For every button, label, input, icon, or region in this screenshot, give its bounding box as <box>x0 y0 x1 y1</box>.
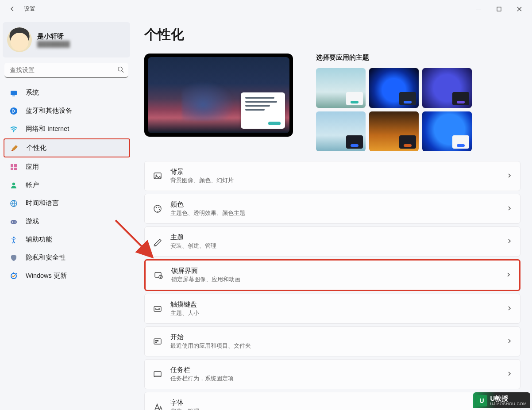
globe-icon <box>10 199 18 207</box>
chevron-right-icon <box>507 172 512 180</box>
setting-theme[interactable]: 主题安装、创建、管理 <box>144 226 520 257</box>
nav-item-wifi[interactable]: 网络和 Internet <box>4 120 130 138</box>
nav-item-label: 应用 <box>26 163 39 171</box>
nav-item-update[interactable]: Windows 更新 <box>4 267 130 284</box>
nav-item-label: 网络和 Internet <box>26 125 69 133</box>
search-icon <box>117 66 124 75</box>
window-controls <box>468 2 529 16</box>
setting-touchkb[interactable]: 触摸键盘主题、大小 <box>144 294 520 324</box>
nav-item-label: Windows 更新 <box>26 272 67 280</box>
setting-desc: 背景图像、颜色、幻灯片 <box>170 177 234 184</box>
desktop-preview <box>144 54 293 137</box>
nav-item-brush[interactable]: 个性化 <box>4 138 130 157</box>
setting-title: 开始 <box>170 333 251 341</box>
maximize-button[interactable] <box>489 2 509 16</box>
chevron-right-icon <box>506 271 511 279</box>
theme-swatch <box>399 135 416 149</box>
nav-item-label: 辅助功能 <box>26 235 52 244</box>
setting-desc: 主题、大小 <box>170 310 199 317</box>
color-icon <box>153 204 162 214</box>
account-email: ████████ <box>37 41 70 47</box>
theme-dark-autumn[interactable] <box>369 111 419 151</box>
setting-color[interactable]: 颜色主题色、透明效果、颜色主题 <box>144 194 520 224</box>
theme-dark-blue-bloom[interactable] <box>369 68 419 108</box>
svg-rect-30 <box>157 340 158 341</box>
back-button[interactable] <box>7 4 18 14</box>
svg-point-12 <box>12 182 15 185</box>
setting-start[interactable]: 开始最近使用的应用和项目、文件夹 <box>144 326 520 356</box>
theme-light-blue-bloom[interactable] <box>422 111 472 151</box>
page-title: 个性化 <box>144 26 520 44</box>
settings-list: 背景背景图像、颜色、幻灯片颜色主题色、透明效果、颜色主题主题安装、创建、管理锁屏… <box>144 161 520 410</box>
setting-title: 颜色 <box>170 200 245 209</box>
setting-desc: 主题色、透明效果、颜色主题 <box>170 210 245 217</box>
nav-item-gamepad[interactable]: 游戏 <box>4 213 130 230</box>
setting-title: 任务栏 <box>170 366 234 374</box>
account-name: 是小轩呀 <box>37 32 70 41</box>
theme-swatch <box>346 135 363 149</box>
theme-swatch <box>346 92 363 105</box>
close-icon <box>517 7 522 11</box>
svg-point-16 <box>13 237 15 238</box>
theme-dark-lake[interactable] <box>316 111 366 151</box>
theme-light-teal[interactable] <box>316 68 366 108</box>
setting-desc: 锁定屏幕图像、应用和动画 <box>171 276 240 284</box>
svg-rect-3 <box>11 91 17 95</box>
nav-item-label: 个性化 <box>27 144 46 152</box>
lock-icon <box>154 270 163 280</box>
svg-rect-7 <box>12 150 13 151</box>
preview-window-mockup <box>241 92 285 129</box>
background-icon <box>153 171 162 181</box>
setting-background[interactable]: 背景背景图像、颜色、幻灯片 <box>144 161 520 191</box>
setting-taskbar[interactable]: 任务栏任务栏行为，系统固定项 <box>144 359 520 389</box>
svg-point-22 <box>158 207 159 208</box>
theme-swatch <box>452 92 469 105</box>
chevron-right-icon <box>507 238 512 245</box>
setting-lock[interactable]: 锁屏界面锁定屏幕图像、应用和动画 <box>144 259 520 291</box>
system-icon <box>10 89 18 97</box>
svg-point-15 <box>15 221 15 222</box>
nav-item-bluetooth[interactable]: 蓝牙和其他设备 <box>4 102 130 119</box>
account-card[interactable]: 是小轩呀 ████████ <box>3 22 130 57</box>
update-icon <box>10 272 18 280</box>
themes-section-title: 选择要应用的主题 <box>316 54 520 62</box>
setting-title: 字体 <box>170 399 199 407</box>
taskbar-icon <box>153 369 162 379</box>
svg-rect-11 <box>14 168 17 170</box>
close-button[interactable] <box>509 2 529 16</box>
watermark-main: U教授 <box>490 395 527 402</box>
main-content: 个性化 选择要应用的主题 背景背景图像、颜色、幻灯片颜色主题色、透明效果、颜色主… <box>133 18 532 410</box>
svg-rect-4 <box>12 96 15 96</box>
svg-point-5 <box>10 107 17 115</box>
svg-point-6 <box>13 131 14 132</box>
svg-rect-29 <box>155 340 157 341</box>
setting-desc: 任务栏行为，系统固定项 <box>170 375 234 383</box>
svg-rect-33 <box>154 376 161 377</box>
nav-item-shield[interactable]: 隐私和安全性 <box>4 249 130 266</box>
theme-swatch <box>399 92 416 105</box>
setting-desc: 安装、创建、管理 <box>170 242 216 250</box>
brush-icon <box>11 144 19 152</box>
svg-point-19 <box>155 174 157 176</box>
setting-title: 主题 <box>170 233 216 241</box>
setting-fonts[interactable]: 字体安装、管理 <box>144 392 520 410</box>
nav-item-person[interactable]: 帐户 <box>4 176 130 194</box>
search-field[interactable] <box>4 63 128 78</box>
search-input[interactable] <box>4 63 128 78</box>
nav-item-accessibility[interactable]: 辅助功能 <box>4 231 130 248</box>
svg-point-25 <box>159 275 162 279</box>
watermark-sub: UJIAOSHOU.COM <box>490 402 527 406</box>
setting-desc: 最近使用的应用和项目、文件夹 <box>170 342 251 350</box>
nav-item-apps[interactable]: 应用 <box>4 158 130 176</box>
minimize-button[interactable] <box>468 2 489 16</box>
theme-grid <box>316 68 520 151</box>
chevron-right-icon <box>507 370 512 378</box>
theme-dark-purple-bloom[interactable] <box>422 68 472 108</box>
nav-item-globe[interactable]: 时间和语言 <box>4 195 130 212</box>
nav-item-label: 时间和语言 <box>26 199 59 207</box>
nav-item-system[interactable]: 系统 <box>4 84 130 101</box>
shield-icon <box>10 254 18 262</box>
titlebar: 设置 <box>0 0 532 18</box>
wifi-icon <box>10 125 18 133</box>
nav-item-label: 帐户 <box>26 181 39 189</box>
